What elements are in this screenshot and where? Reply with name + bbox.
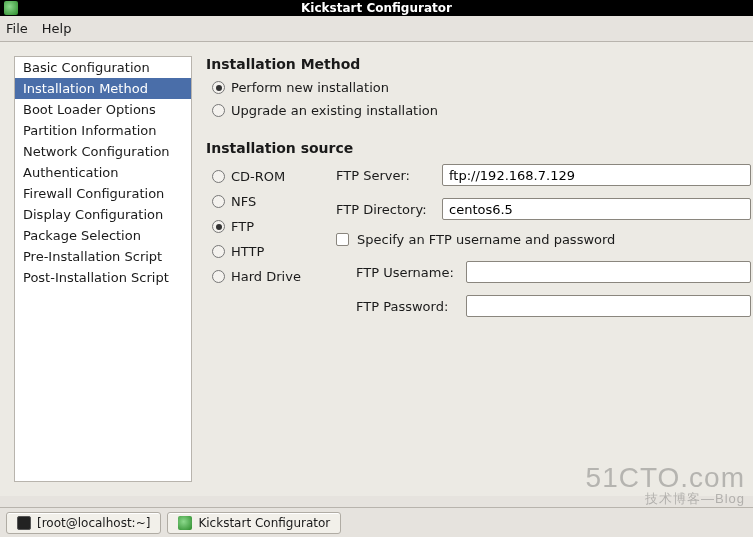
checkbox-icon	[336, 233, 349, 246]
ftp-server-input[interactable]	[442, 164, 751, 186]
window-title: Kickstart Configurator	[0, 0, 753, 16]
taskbar-kickstart-label: Kickstart Configurator	[198, 516, 330, 530]
radio-icon	[212, 245, 225, 258]
sidebar-item-boot-loader-options[interactable]: Boot Loader Options	[15, 99, 191, 120]
sidebar-item-installation-method[interactable]: Installation Method	[15, 78, 191, 99]
radio-label: Upgrade an existing installation	[231, 103, 438, 118]
ftp-directory-input[interactable]	[442, 198, 751, 220]
radio-icon	[212, 220, 225, 233]
taskbar-kickstart[interactable]: Kickstart Configurator	[167, 512, 341, 534]
sidebar: Basic Configuration Installation Method …	[14, 56, 192, 482]
radio-label: FTP	[231, 219, 254, 234]
radio-icon	[212, 195, 225, 208]
sidebar-item-partition-information[interactable]: Partition Information	[15, 120, 191, 141]
ftp-password-input[interactable]	[466, 295, 751, 317]
install-source-radio-group: CD-ROM NFS FTP HTTP Hard Drive	[206, 164, 316, 329]
checkbox-label: Specify an FTP username and password	[357, 232, 615, 247]
ftp-username-label: FTP Username:	[356, 265, 458, 280]
sidebar-item-firewall-configuration[interactable]: Firewall Configuration	[15, 183, 191, 204]
sidebar-item-authentication[interactable]: Authentication	[15, 162, 191, 183]
ftp-form: FTP Server: FTP Directory: Specify an FT…	[336, 164, 751, 329]
radio-label: Perform new installation	[231, 80, 389, 95]
sidebar-item-network-configuration[interactable]: Network Configuration	[15, 141, 191, 162]
radio-label: Hard Drive	[231, 269, 301, 284]
install-source-heading: Installation source	[206, 140, 751, 156]
radio-upgrade-existing-installation[interactable]: Upgrade an existing installation	[212, 103, 751, 118]
ftp-directory-label: FTP Directory:	[336, 202, 434, 217]
radio-icon	[212, 270, 225, 283]
radio-source-cdrom[interactable]: CD-ROM	[212, 169, 316, 184]
menubar: File Help	[0, 16, 753, 42]
radio-label: NFS	[231, 194, 256, 209]
radio-label: CD-ROM	[231, 169, 285, 184]
sidebar-item-post-installation-script[interactable]: Post-Installation Script	[15, 267, 191, 288]
radio-source-nfs[interactable]: NFS	[212, 194, 316, 209]
ftp-username-input[interactable]	[466, 261, 751, 283]
radio-label: HTTP	[231, 244, 264, 259]
menu-help[interactable]: Help	[42, 21, 72, 36]
terminal-icon	[17, 516, 31, 530]
radio-icon	[212, 170, 225, 183]
taskbar: [root@localhost:~] Kickstart Configurato…	[0, 507, 753, 537]
radio-source-http[interactable]: HTTP	[212, 244, 316, 259]
taskbar-terminal[interactable]: [root@localhost:~]	[6, 512, 161, 534]
app-icon	[178, 516, 192, 530]
radio-icon	[212, 104, 225, 117]
ftp-password-label: FTP Password:	[356, 299, 458, 314]
ftp-auth-checkbox-row[interactable]: Specify an FTP username and password	[336, 232, 751, 247]
install-method-heading: Installation Method	[206, 56, 751, 72]
window-body: Basic Configuration Installation Method …	[0, 42, 753, 496]
sidebar-item-display-configuration[interactable]: Display Configuration	[15, 204, 191, 225]
sidebar-item-basic-configuration[interactable]: Basic Configuration	[15, 57, 191, 78]
radio-perform-new-installation[interactable]: Perform new installation	[212, 80, 751, 95]
sidebar-item-pre-installation-script[interactable]: Pre-Installation Script	[15, 246, 191, 267]
radio-source-ftp[interactable]: FTP	[212, 219, 316, 234]
radio-source-hard-drive[interactable]: Hard Drive	[212, 269, 316, 284]
sidebar-item-package-selection[interactable]: Package Selection	[15, 225, 191, 246]
taskbar-terminal-label: [root@localhost:~]	[37, 516, 150, 530]
window-titlebar: Kickstart Configurator	[0, 0, 753, 16]
menu-file[interactable]: File	[6, 21, 28, 36]
content-pane: Installation Method Perform new installa…	[206, 56, 753, 482]
ftp-server-label: FTP Server:	[336, 168, 434, 183]
radio-icon	[212, 81, 225, 94]
